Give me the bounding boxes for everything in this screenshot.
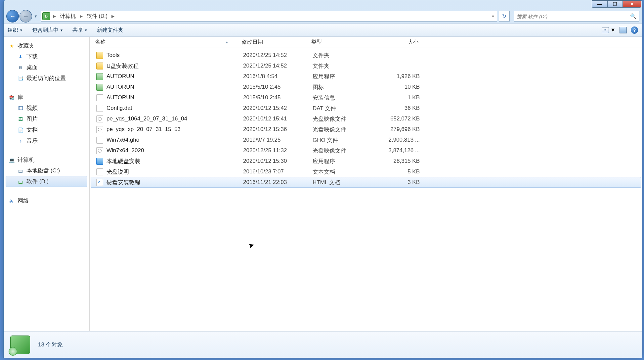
- file-row[interactable]: Config.dat2020/10/12 15:42DAT 文件36 KB: [91, 103, 641, 113]
- html-icon: [96, 179, 103, 186]
- history-dropdown-icon[interactable]: ▼: [33, 10, 39, 22]
- file-name: Win7x64_2020: [107, 147, 144, 154]
- file-name: AUTORUN: [107, 94, 134, 101]
- sidebar-libraries-header[interactable]: 📚库: [6, 92, 87, 103]
- sidebar-item-pictures[interactable]: 🖼图片: [6, 113, 87, 124]
- picture-icon: 🖼: [17, 116, 24, 122]
- sidebar-item-recent[interactable]: 📑最近访问的位置: [6, 73, 87, 84]
- file-row[interactable]: AUTORUN2015/5/10 2:45安装信息1 KB: [91, 92, 641, 103]
- nav-buttons: ← → ▼: [6, 10, 39, 22]
- file-list[interactable]: Tools2020/12/25 14:52文件夹U盘安装教程2020/12/25…: [90, 48, 642, 331]
- share-button[interactable]: 共享▼: [72, 27, 88, 34]
- music-icon: ♪: [17, 138, 24, 144]
- folder-icon: [96, 52, 103, 59]
- breadcrumb-sep-icon[interactable]: ▶: [110, 14, 116, 19]
- sidebar-item-documents[interactable]: 📄文档: [6, 124, 87, 135]
- back-button[interactable]: ←: [6, 10, 19, 22]
- address-bar[interactable]: D ▶ 计算机 ▶ 软件 (D:) ▶ ▼: [41, 11, 497, 22]
- view-mode-button[interactable]: ≡ ▼: [602, 27, 616, 33]
- sidebar-network-group: 🖧网络: [6, 196, 87, 206]
- forward-button[interactable]: →: [20, 10, 32, 22]
- search-input[interactable]: [517, 14, 630, 19]
- file-type: GHO 文件: [313, 136, 382, 144]
- sidebar-favorites-group: ★收藏夹 ⬇下载 🖥桌面 📑最近访问的位置: [6, 41, 87, 84]
- breadcrumb-sep-icon[interactable]: ▶: [52, 14, 57, 19]
- ico-icon: [96, 84, 103, 91]
- file-name: 本地硬盘安装: [107, 158, 140, 165]
- file-date: 2020/12/25 11:32: [243, 147, 313, 154]
- search-icon[interactable]: 🔍: [630, 13, 636, 19]
- maximize-button[interactable]: ❐: [607, 0, 623, 8]
- minimize-button[interactable]: —: [592, 0, 607, 8]
- file-size: 279,696 KB: [382, 126, 425, 133]
- network-icon: 🖧: [8, 198, 15, 204]
- file-type: DAT 文件: [313, 105, 382, 112]
- sidebar-favorites-header[interactable]: ★收藏夹: [6, 41, 87, 51]
- txt-icon: [96, 168, 103, 175]
- dat-icon: [96, 105, 103, 112]
- file-type: 图标: [313, 83, 382, 91]
- file-row[interactable]: Win7x64.gho2019/9/7 19:25GHO 文件2,900,813…: [91, 135, 641, 145]
- sidebar-libraries-group: 📚库 🎞视频 🖼图片 📄文档 ♪音乐: [6, 92, 87, 146]
- file-type: 安装信息: [313, 94, 382, 102]
- file-row[interactable]: 硬盘安装教程2016/11/21 22:03HTML 文档3 KB: [91, 177, 641, 188]
- folder-icon: [96, 63, 103, 69]
- column-header-size[interactable]: 大小: [381, 39, 424, 46]
- file-row[interactable]: 光盘说明2016/10/23 7:07文本文档5 KB: [91, 166, 641, 177]
- breadcrumb-sep-icon[interactable]: ▶: [78, 14, 84, 19]
- file-size: 5 KB: [382, 168, 425, 175]
- file-row[interactable]: AUTORUN2016/1/8 4:54应用程序1,926 KB: [91, 71, 641, 82]
- star-icon: ★: [8, 43, 15, 49]
- organize-button[interactable]: 组织▼: [8, 27, 23, 34]
- file-name: AUTORUN: [107, 73, 134, 80]
- sidebar-computer-header[interactable]: 💻计算机: [6, 155, 87, 165]
- file-size: 1,926 KB: [382, 73, 425, 80]
- help-button[interactable]: ?: [631, 26, 638, 34]
- breadcrumb-drive[interactable]: 软件 (D:): [84, 11, 110, 21]
- file-date: 2020/12/25 14:52: [243, 52, 313, 59]
- file-type: 文件夹: [313, 52, 382, 59]
- file-row[interactable]: pe_yqs_xp_20_07_31_15_532020/10/12 15:36…: [91, 124, 641, 135]
- preview-pane-button[interactable]: [620, 27, 627, 33]
- close-button[interactable]: ✕: [623, 0, 641, 8]
- sidebar-item-videos[interactable]: 🎞视频: [6, 103, 87, 113]
- sidebar-computer-group: 💻计算机 🖴本地磁盘 (C:) 🖴软件 (D:): [6, 155, 87, 187]
- chevron-down-icon: ▼: [84, 28, 88, 32]
- file-row[interactable]: Win7x64_20202020/12/25 11:32光盘映像文件3,874,…: [91, 145, 641, 156]
- file-row[interactable]: 本地硬盘安装2020/10/12 15:30应用程序28,315 KB: [91, 156, 641, 166]
- file-type: 应用程序: [313, 158, 382, 165]
- file-date: 2016/11/21 22:03: [243, 179, 313, 186]
- file-row[interactable]: Tools2020/12/25 14:52文件夹: [91, 50, 641, 61]
- file-type: 光盘映像文件: [313, 126, 382, 133]
- refresh-icon: ↻: [502, 13, 506, 19]
- sidebar-item-d-drive[interactable]: 🖴软件 (D:): [6, 176, 87, 187]
- address-dropdown-icon[interactable]: ▼: [489, 11, 497, 21]
- file-row[interactable]: U盘安装教程2020/12/25 14:52文件夹: [91, 61, 641, 71]
- sidebar-item-music[interactable]: ♪音乐: [6, 135, 87, 146]
- gho-icon: [96, 137, 103, 144]
- breadcrumb-computer[interactable]: 计算机: [57, 11, 78, 21]
- file-row[interactable]: AUTORUN2015/5/10 2:45图标10 KB: [91, 82, 641, 92]
- file-name: Win7x64.gho: [107, 137, 139, 143]
- file-name: 硬盘安装教程: [107, 179, 140, 186]
- search-box[interactable]: 🔍: [514, 11, 639, 22]
- sidebar-item-downloads[interactable]: ⬇下载: [6, 51, 87, 62]
- file-type: 光盘映像文件: [313, 147, 382, 155]
- column-header-name[interactable]: 名称▲: [90, 39, 242, 46]
- column-header-date[interactable]: 修改日期: [242, 39, 311, 46]
- list-view-icon: ≡: [602, 27, 609, 33]
- download-icon: ⬇: [17, 53, 24, 60]
- toolbar: 组织▼ 包含到库中▼ 共享▼ 新建文件夹 ≡ ▼ ?: [4, 23, 642, 37]
- recent-icon: 📑: [17, 75, 24, 82]
- new-folder-button[interactable]: 新建文件夹: [97, 27, 123, 34]
- details-pane: 13 个对象: [4, 331, 642, 358]
- refresh-button[interactable]: ↻: [499, 11, 510, 22]
- sidebar-item-c-drive[interactable]: 🖴本地磁盘 (C:): [6, 165, 87, 176]
- sidebar-item-desktop[interactable]: 🖥桌面: [6, 62, 87, 73]
- file-date: 2020/10/12 15:30: [243, 158, 313, 164]
- column-header-type[interactable]: 类型: [311, 39, 381, 46]
- file-row[interactable]: pe_yqs_1064_20_07_31_16_042020/10/12 15:…: [91, 113, 641, 124]
- include-in-library-button[interactable]: 包含到库中▼: [32, 27, 63, 34]
- sidebar-network-header[interactable]: 🖧网络: [6, 196, 87, 206]
- drive-icon: 🖴: [17, 178, 24, 185]
